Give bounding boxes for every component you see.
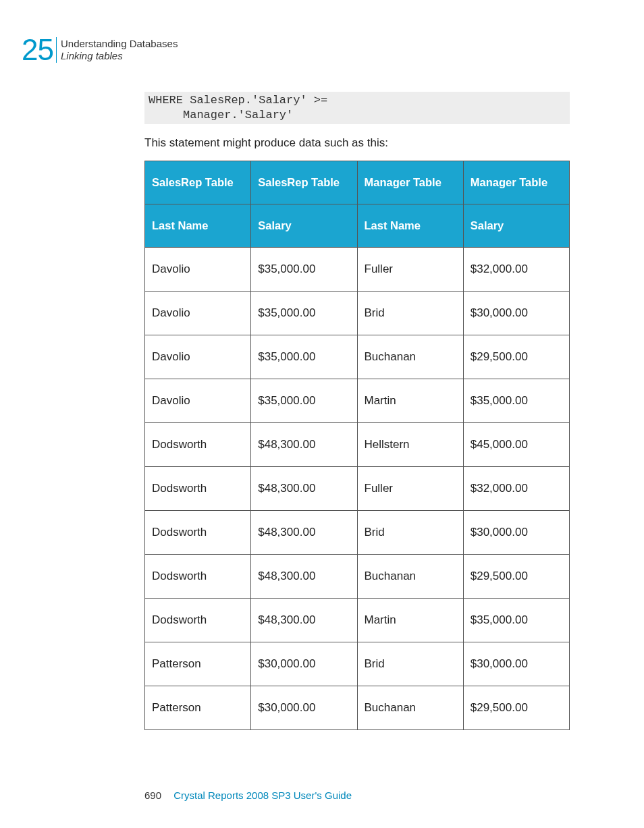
page-number: 690 bbox=[144, 790, 161, 801]
table-header-row-2: Last Name Salary Last Name Salary bbox=[145, 204, 570, 248]
th-manager-table-2: Manager Table bbox=[463, 161, 569, 204]
cell: $30,000.00 bbox=[251, 642, 357, 686]
cell: Martin bbox=[357, 379, 463, 423]
cell: Hellstern bbox=[357, 423, 463, 467]
cell: Buchanan bbox=[357, 686, 463, 730]
cell: $35,000.00 bbox=[251, 248, 357, 292]
page-footer: 690 Crystal Reports 2008 SP3 User's Guid… bbox=[144, 790, 352, 801]
cell: $29,500.00 bbox=[463, 686, 569, 730]
table-body: Davolio $35,000.00 Fuller $32,000.00 Dav… bbox=[145, 248, 570, 730]
th-manager-table-1: Manager Table bbox=[357, 161, 463, 204]
cell: Dodsworth bbox=[145, 555, 251, 599]
table-row: Dodsworth $48,300.00 Fuller $32,000.00 bbox=[145, 467, 570, 511]
cell: Dodsworth bbox=[145, 423, 251, 467]
cell: $30,000.00 bbox=[251, 686, 357, 730]
cell: Buchanan bbox=[357, 555, 463, 599]
table-row: Patterson $30,000.00 Brid $30,000.00 bbox=[145, 642, 570, 686]
th-salary-2: Salary bbox=[463, 204, 569, 248]
table-row: Dodsworth $48,300.00 Brid $30,000.00 bbox=[145, 511, 570, 555]
table-row: Dodsworth $48,300.00 Hellstern $45,000.0… bbox=[145, 423, 570, 467]
code-block: WHERE SalesRep.'Salary' >= Manager.'Sala… bbox=[144, 92, 570, 124]
th-salesrep-table-1: SalesRep Table bbox=[145, 161, 251, 204]
table-row: Davolio $35,000.00 Martin $35,000.00 bbox=[145, 379, 570, 423]
cell: $48,300.00 bbox=[251, 511, 357, 555]
header-titles: Understanding Databases Linking tables bbox=[61, 38, 178, 62]
cell: $48,300.00 bbox=[251, 555, 357, 599]
table-row: Davolio $35,000.00 Buchanan $29,500.00 bbox=[145, 335, 570, 379]
cell: $35,000.00 bbox=[251, 335, 357, 379]
chapter-number: 25 bbox=[22, 35, 53, 65]
guide-title: Crystal Reports 2008 SP3 User's Guide bbox=[173, 790, 352, 801]
table-header-row-1: SalesRep Table SalesRep Table Manager Ta… bbox=[145, 161, 570, 204]
cell: $30,000.00 bbox=[463, 292, 569, 335]
cell: Fuller bbox=[357, 467, 463, 511]
th-last-name-1: Last Name bbox=[145, 204, 251, 248]
cell: Brid bbox=[357, 292, 463, 335]
cell: $29,500.00 bbox=[463, 555, 569, 599]
cell: $45,000.00 bbox=[463, 423, 569, 467]
cell: Dodsworth bbox=[145, 599, 251, 642]
chapter-divider bbox=[56, 37, 57, 63]
table-row: Dodsworth $48,300.00 Buchanan $29,500.00 bbox=[145, 555, 570, 599]
cell: Dodsworth bbox=[145, 467, 251, 511]
cell: Davolio bbox=[145, 248, 251, 292]
results-table: SalesRep Table SalesRep Table Manager Ta… bbox=[144, 161, 570, 730]
cell: Patterson bbox=[145, 686, 251, 730]
chapter-title: Understanding Databases bbox=[61, 38, 178, 50]
cell: Davolio bbox=[145, 292, 251, 335]
intro-text: This statement might produce data such a… bbox=[144, 136, 570, 150]
cell: $32,000.00 bbox=[463, 467, 569, 511]
cell: $48,300.00 bbox=[251, 423, 357, 467]
cell: $35,000.00 bbox=[251, 292, 357, 335]
table-row: Patterson $30,000.00 Buchanan $29,500.00 bbox=[145, 686, 570, 730]
cell: Brid bbox=[357, 642, 463, 686]
cell: Davolio bbox=[145, 335, 251, 379]
cell: $35,000.00 bbox=[251, 379, 357, 423]
cell: $35,000.00 bbox=[463, 599, 569, 642]
th-last-name-2: Last Name bbox=[357, 204, 463, 248]
section-title: Linking tables bbox=[61, 50, 178, 62]
th-salesrep-table-2: SalesRep Table bbox=[251, 161, 357, 204]
cell: Brid bbox=[357, 511, 463, 555]
cell: $48,300.00 bbox=[251, 467, 357, 511]
cell: $30,000.00 bbox=[463, 642, 569, 686]
main-content: WHERE SalesRep.'Salary' >= Manager.'Sala… bbox=[144, 92, 570, 730]
cell: Patterson bbox=[145, 642, 251, 686]
cell: Dodsworth bbox=[145, 511, 251, 555]
cell: $32,000.00 bbox=[463, 248, 569, 292]
cell: Buchanan bbox=[357, 335, 463, 379]
table-row: Davolio $35,000.00 Fuller $32,000.00 bbox=[145, 248, 570, 292]
table-row: Davolio $35,000.00 Brid $30,000.00 bbox=[145, 292, 570, 335]
table-row: Dodsworth $48,300.00 Martin $35,000.00 bbox=[145, 599, 570, 642]
cell: $29,500.00 bbox=[463, 335, 569, 379]
cell: $48,300.00 bbox=[251, 599, 357, 642]
cell: Fuller bbox=[357, 248, 463, 292]
cell: Davolio bbox=[145, 379, 251, 423]
th-salary-1: Salary bbox=[251, 204, 357, 248]
page-header: 25 Understanding Databases Linking table… bbox=[22, 35, 178, 65]
cell: $35,000.00 bbox=[463, 379, 569, 423]
cell: $30,000.00 bbox=[463, 511, 569, 555]
cell: Martin bbox=[357, 599, 463, 642]
